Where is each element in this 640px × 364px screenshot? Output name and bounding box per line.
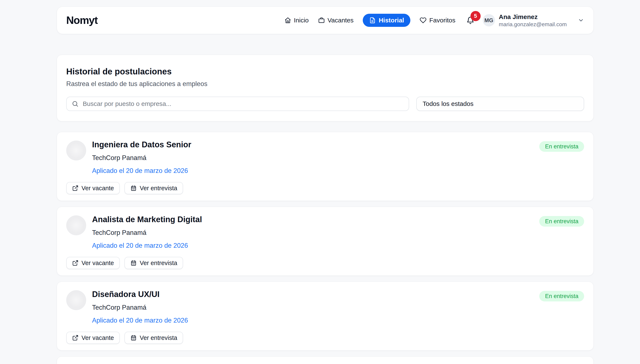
status-badge: En entrevista xyxy=(539,291,584,302)
search-input[interactable] xyxy=(83,100,403,108)
job-company: TechCorp Panamá xyxy=(92,154,191,162)
view-vacancy-button[interactable]: Ver vacante xyxy=(66,182,120,194)
user-email: maria.gonzalez@email.com xyxy=(499,21,567,28)
job-info: Ingeniera de Datos Senior TechCorp Panam… xyxy=(92,140,191,174)
calendar-icon xyxy=(130,260,137,266)
view-vacancy-button[interactable]: Ver vacante xyxy=(66,257,120,269)
nav-item-vacantes[interactable]: Vacantes xyxy=(318,17,354,24)
notifications-button[interactable]: 5 xyxy=(467,16,474,24)
user-texts: Ana Jimenez maria.gonzalez@email.com xyxy=(499,13,567,28)
nav-label: Historial xyxy=(379,17,404,24)
chevron-down-icon xyxy=(578,17,584,24)
button-label: Ver vacante xyxy=(82,185,114,192)
application-card: Ingeniera de Datos Senior TechCorp Panam… xyxy=(57,132,594,201)
filters-row: Todos los estados xyxy=(66,96,584,111)
external-link-icon xyxy=(72,260,79,266)
status-filter-select[interactable]: Todos los estados xyxy=(416,96,584,111)
search-box xyxy=(66,96,409,111)
view-interview-button[interactable]: Ver entrevista xyxy=(124,182,183,194)
search-icon xyxy=(72,100,79,107)
applied-date: Aplicado el 20 de marzo de 2026 xyxy=(92,242,202,250)
button-label: Ver entrevista xyxy=(140,185,177,192)
heart-icon xyxy=(420,17,426,24)
job-actions: Ver vacante Ver entrevista xyxy=(66,332,183,344)
document-icon xyxy=(369,17,376,24)
application-card: Analista de Marketing Digital TechCorp P… xyxy=(57,207,594,276)
company-avatar xyxy=(66,140,86,160)
brand-logo[interactable]: Nomyt xyxy=(66,14,98,26)
job-title: Diseñadora UX/UI xyxy=(92,290,188,299)
job-info: Analista de Marketing Digital TechCorp P… xyxy=(92,215,202,250)
nav-label: Favoritos xyxy=(429,17,455,24)
application-card-partial xyxy=(57,356,594,364)
nav-label: Inicio xyxy=(294,17,309,24)
nav-item-inicio[interactable]: Inicio xyxy=(284,17,309,24)
history-panel: Historial de postulaciones Rastrea el es… xyxy=(57,55,594,121)
calendar-icon xyxy=(130,334,137,341)
briefcase-icon xyxy=(318,17,325,24)
status-badge: En entrevista xyxy=(539,216,584,226)
user-avatar: MG xyxy=(483,14,495,26)
button-label: Ver entrevista xyxy=(140,334,177,342)
company-avatar xyxy=(66,216,86,235)
job-company: TechCorp Panamá xyxy=(92,229,202,236)
page-title: Historial de postulaciones xyxy=(66,67,584,76)
calendar-icon xyxy=(130,185,137,191)
main-nav: Inicio Vacantes Historial Favoritos xyxy=(284,14,456,27)
job-title: Ingeniera de Datos Senior xyxy=(92,140,191,150)
nav-label: Vacantes xyxy=(328,17,354,24)
external-link-icon xyxy=(72,185,79,191)
view-vacancy-button[interactable]: Ver vacante xyxy=(66,332,120,344)
user-name: Ana Jimenez xyxy=(499,13,567,21)
top-navigation-bar: Nomyt Inicio Vacantes Historial Favorito… xyxy=(57,6,594,34)
job-actions: Ver vacante Ver entrevista xyxy=(66,257,183,269)
job-company: TechCorp Panamá xyxy=(92,304,188,311)
button-label: Ver vacante xyxy=(82,260,114,266)
view-interview-button[interactable]: Ver entrevista xyxy=(124,332,183,344)
user-menu[interactable]: MG Ana Jimenez maria.gonzalez@email.com xyxy=(483,13,584,28)
home-icon xyxy=(284,17,291,24)
status-badge: En entrevista xyxy=(539,141,584,152)
company-avatar xyxy=(66,290,86,310)
page-subtitle: Rastrea el estado de tus aplicaciones a … xyxy=(66,80,584,88)
notification-count-badge: 5 xyxy=(471,11,481,21)
button-label: Ver vacante xyxy=(82,334,114,342)
external-link-icon xyxy=(72,334,79,341)
job-info: Diseñadora UX/UI TechCorp Panamá Aplicad… xyxy=(92,290,188,324)
button-label: Ver entrevista xyxy=(140,260,177,266)
application-card: Diseñadora UX/UI TechCorp Panamá Aplicad… xyxy=(57,282,594,350)
nav-item-historial-active[interactable]: Historial xyxy=(363,14,410,27)
nav-item-favoritos[interactable]: Favoritos xyxy=(420,17,455,24)
job-title: Analista de Marketing Digital xyxy=(92,215,202,224)
applied-date: Aplicado el 20 de marzo de 2026 xyxy=(92,317,188,324)
view-interview-button[interactable]: Ver entrevista xyxy=(124,257,183,269)
applied-date: Aplicado el 20 de marzo de 2026 xyxy=(92,167,191,174)
job-actions: Ver vacante Ver entrevista xyxy=(66,182,183,194)
page-container: Nomyt Inicio Vacantes Historial Favorito… xyxy=(57,6,594,364)
